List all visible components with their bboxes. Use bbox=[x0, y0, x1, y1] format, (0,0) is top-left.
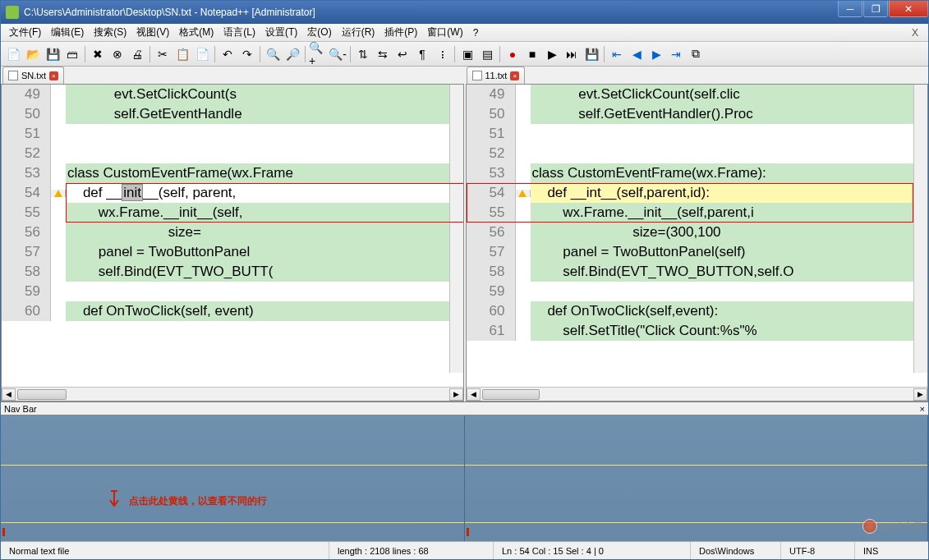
code-text[interactable]: evt.SetClickCount(s bbox=[66, 85, 463, 104]
menu-settings[interactable]: 设置(T) bbox=[260, 24, 302, 41]
scroll-right-icon[interactable]: ▶ bbox=[913, 388, 927, 401]
horizontal-scrollbar[interactable]: ◀ ▶ bbox=[467, 387, 928, 401]
code-text[interactable]: panel = TwoButtonPanel(self) bbox=[531, 242, 928, 262]
scroll-left-icon[interactable]: ◀ bbox=[467, 388, 481, 401]
code-text[interactable]: self.Bind(EVT_TWO_BUTTON,self.O bbox=[531, 262, 928, 282]
cut-icon[interactable]: ✂ bbox=[154, 45, 172, 63]
menu-window[interactable]: 窗口(W) bbox=[422, 24, 467, 41]
nav-overview[interactable]: 点击此处黄线，以查看不同的行 bbox=[1, 415, 928, 541]
code-line[interactable]: 59 bbox=[467, 282, 928, 301]
menu-language[interactable]: 语言(L) bbox=[218, 24, 260, 41]
nav-close-icon[interactable]: × bbox=[917, 404, 928, 414]
open-file-icon[interactable]: 📂 bbox=[24, 45, 42, 63]
code-line[interactable]: 53class CustomEventFrame(wx.Frame bbox=[2, 163, 463, 183]
menu-macro[interactable]: 宏(O) bbox=[302, 24, 336, 41]
close-button[interactable]: ✕ bbox=[889, 1, 928, 17]
scroll-thumb[interactable] bbox=[17, 389, 67, 400]
title-bar[interactable]: C:\Users\Administrator\Desktop\SN.txt - … bbox=[1, 1, 928, 24]
save-all-icon[interactable]: 🗃 bbox=[63, 45, 81, 63]
code-line[interactable]: 51 bbox=[2, 124, 463, 144]
show-all-icon[interactable]: ¶ bbox=[413, 45, 431, 63]
code-text[interactable]: class CustomEventFrame(wx.Frame bbox=[66, 163, 463, 183]
menu-close-x[interactable]: X bbox=[905, 27, 925, 39]
undo-icon[interactable]: ↶ bbox=[218, 45, 237, 63]
code-line[interactable]: 52 bbox=[467, 144, 928, 163]
close-all-icon[interactable]: ⊗ bbox=[108, 45, 126, 63]
zoom-in-icon[interactable]: 🔍+ bbox=[309, 45, 327, 63]
compare-icon[interactable]: ⧉ bbox=[687, 45, 705, 63]
code-line[interactable]: 49 evt.SetClickCount(s bbox=[2, 85, 463, 104]
code-text[interactable]: self.GetEventHandler().Proc bbox=[531, 104, 928, 124]
code-text[interactable]: panel = TwoButtonPanel bbox=[66, 242, 463, 262]
left-code-area[interactable]: 49 evt.SetClickCount(s50 self.GetEventHa… bbox=[2, 85, 463, 321]
compare-first-icon[interactable]: ⇤ bbox=[608, 45, 626, 63]
code-text[interactable]: self.SetTitle("Click Count:%s"% bbox=[531, 321, 928, 341]
replace-icon[interactable]: 🔎 bbox=[283, 45, 301, 63]
menu-plugins[interactable]: 插件(P) bbox=[379, 24, 422, 41]
paste-icon[interactable]: 📄 bbox=[193, 45, 211, 63]
save-macro-icon[interactable]: 💾 bbox=[582, 45, 600, 63]
code-line[interactable]: 56 size= bbox=[2, 223, 463, 242]
menu-file[interactable]: 文件(F) bbox=[4, 24, 46, 41]
code-line[interactable]: 58 self.Bind(EVT_TWO_BUTT( bbox=[2, 262, 463, 282]
new-file-icon[interactable]: 📄 bbox=[4, 45, 22, 63]
code-text[interactable]: self.Bind(EVT_TWO_BUTT( bbox=[66, 262, 463, 282]
compare-last-icon[interactable]: ⇥ bbox=[667, 45, 685, 63]
vertical-scrollbar[interactable] bbox=[449, 85, 463, 373]
code-line[interactable]: 57 panel = TwoButtonPanel bbox=[2, 242, 463, 262]
stop-icon[interactable]: ■ bbox=[523, 45, 541, 63]
code-text[interactable]: def OnTwoClick(self,event): bbox=[531, 301, 928, 321]
scroll-right-icon[interactable]: ▶ bbox=[449, 388, 463, 401]
find-icon[interactable]: 🔍 bbox=[264, 45, 282, 63]
maximize-button[interactable]: ❐ bbox=[863, 1, 888, 17]
code-line[interactable]: 56 size=(300,100 bbox=[467, 223, 928, 242]
menu-edit[interactable]: 编辑(E) bbox=[46, 24, 89, 41]
left-editor-pane[interactable]: 49 evt.SetClickCount(s50 self.GetEventHa… bbox=[1, 84, 464, 402]
code-text[interactable]: size=(300,100 bbox=[531, 223, 928, 242]
code-line[interactable]: 54 def __init__(self, parent, bbox=[2, 183, 463, 203]
code-line[interactable]: 55 wx.Frame.__init__(self, bbox=[2, 203, 463, 223]
right-editor-pane[interactable]: 49 evt.SetClickCount(self.clic50 self.Ge… bbox=[466, 84, 929, 402]
code-line[interactable]: 55 wx.Frame.__init__(self,parent,i bbox=[467, 203, 928, 223]
vertical-scrollbar[interactable] bbox=[913, 85, 927, 373]
code-line[interactable]: 51 bbox=[467, 124, 928, 144]
code-line[interactable]: 58 self.Bind(EVT_TWO_BUTTON,self.O bbox=[467, 262, 928, 282]
fold-icon[interactable]: ▣ bbox=[458, 45, 476, 63]
code-line[interactable]: 59 bbox=[2, 282, 463, 301]
indent-guide-icon[interactable]: ⫶ bbox=[433, 45, 451, 63]
code-line[interactable]: 50 self.GetEventHandler().Proc bbox=[467, 104, 928, 124]
record-icon[interactable]: ● bbox=[504, 45, 522, 63]
code-line[interactable]: 60 def OnTwoClick(self,event): bbox=[467, 301, 928, 321]
scroll-left-icon[interactable]: ◀ bbox=[2, 388, 16, 401]
wrap-icon[interactable]: ↩ bbox=[393, 45, 412, 63]
close-file-icon[interactable]: ✖ bbox=[89, 45, 107, 63]
save-icon[interactable]: 💾 bbox=[44, 45, 62, 63]
code-text[interactable]: size= bbox=[66, 223, 463, 242]
tab-close-icon[interactable]: × bbox=[510, 71, 519, 80]
code-line[interactable]: 52 bbox=[2, 144, 463, 163]
menu-run[interactable]: 运行(R) bbox=[337, 24, 380, 41]
code-line[interactable]: 57 panel = TwoButtonPanel(self) bbox=[467, 242, 928, 262]
right-code-area[interactable]: 49 evt.SetClickCount(self.clic50 self.Ge… bbox=[467, 85, 928, 341]
menu-view[interactable]: 视图(V) bbox=[131, 24, 174, 41]
compare-prev-icon[interactable]: ◀ bbox=[628, 45, 646, 63]
scroll-thumb[interactable] bbox=[482, 389, 540, 400]
code-text[interactable]: evt.SetClickCount(self.clic bbox=[531, 85, 928, 104]
code-line[interactable]: 49 evt.SetClickCount(self.clic bbox=[467, 85, 928, 104]
tab-11-txt[interactable]: 11.txt × bbox=[467, 67, 526, 84]
print-icon[interactable]: 🖨 bbox=[128, 45, 146, 63]
tab-close-icon[interactable]: × bbox=[49, 71, 58, 80]
sync-h-icon[interactable]: ⇆ bbox=[374, 45, 392, 63]
menu-help[interactable]: ? bbox=[468, 25, 484, 40]
code-line[interactable]: 53class CustomEventFrame(wx.Frame): bbox=[467, 163, 928, 183]
compare-next-icon[interactable]: ▶ bbox=[647, 45, 665, 63]
code-text[interactable]: def __init__(self, parent, bbox=[66, 183, 463, 203]
zoom-out-icon[interactable]: 🔍- bbox=[329, 45, 347, 63]
code-line[interactable]: 61 self.SetTitle("Click Count:%s"% bbox=[467, 321, 928, 341]
play-icon[interactable]: ▶ bbox=[543, 45, 561, 63]
menu-search[interactable]: 搜索(S) bbox=[89, 24, 131, 41]
tab-sn-txt[interactable]: SN.txt × bbox=[2, 67, 64, 84]
menu-format[interactable]: 格式(M) bbox=[174, 24, 218, 41]
play-multi-icon[interactable]: ⏭ bbox=[563, 45, 581, 63]
unfold-icon[interactable]: ▤ bbox=[478, 45, 496, 63]
